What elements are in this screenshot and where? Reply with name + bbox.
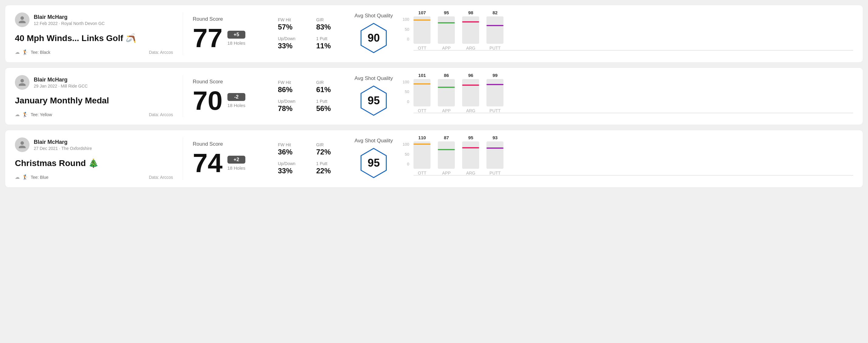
stats-section: FW Hit57%GIR83%Up/Down33%1 Putt11% bbox=[278, 12, 345, 55]
score-row: 74+218 Holes bbox=[193, 150, 278, 176]
weather-icon: ☁ bbox=[15, 49, 20, 55]
stats-grid: FW Hit86%GIR61%Up/Down78%1 Putt56% bbox=[278, 80, 345, 113]
bar-col-app: 86APP bbox=[438, 73, 455, 113]
score-row: 70-218 Holes bbox=[193, 87, 278, 114]
stat-value-gir: 83% bbox=[316, 23, 345, 31]
avg-shot-quality-label: Avg Shot Quality bbox=[354, 13, 393, 19]
user-meta: 12 Feb 2022 · Royal North Devon GC bbox=[34, 21, 104, 26]
stat-value-gir: 61% bbox=[316, 86, 345, 94]
hex-wrapper: Avg Shot Quality95 bbox=[354, 138, 393, 180]
data-source: Data: Arccos bbox=[149, 50, 173, 55]
card-divider bbox=[183, 137, 183, 180]
weather-icon: ☁ bbox=[15, 112, 20, 117]
stat-label-oneputt: 1 Putt bbox=[316, 99, 345, 104]
tee-info: ☁🏌Tee: Yellow bbox=[15, 112, 52, 117]
card-divider bbox=[183, 75, 183, 117]
card-divider bbox=[183, 12, 183, 55]
card-footer: ☁🏌Tee: BlueData: Arccos bbox=[15, 174, 173, 180]
user-info: Blair McHarg27 Dec 2021 · The Oxfordshir… bbox=[34, 139, 92, 151]
bag-icon: 🏌 bbox=[22, 174, 28, 180]
card-left: Blair McHarg12 Feb 2022 · Royal North De… bbox=[15, 12, 173, 55]
score-section: Round Score70-218 Holes bbox=[193, 75, 278, 117]
bag-icon: 🏌 bbox=[22, 49, 28, 55]
stat-updown: Up/Down78% bbox=[278, 99, 306, 113]
hexagon: 95 bbox=[357, 146, 391, 180]
round-title: Christmas Round 🎄 bbox=[15, 158, 173, 168]
user-meta: 27 Dec 2021 · The Oxfordshire bbox=[34, 146, 92, 151]
user-row: Blair McHarg12 Feb 2022 · Royal North De… bbox=[15, 12, 173, 27]
user-name: Blair McHarg bbox=[34, 139, 92, 145]
hex-wrapper: Avg Shot Quality90 bbox=[354, 13, 393, 55]
hexagon: 95 bbox=[357, 84, 391, 117]
round-title: 40 Mph Winds... Links Golf 🪃 bbox=[15, 33, 173, 43]
user-name: Blair McHarg bbox=[34, 14, 104, 20]
bar-col-app: 87APP bbox=[438, 135, 455, 176]
score-label: Round Score bbox=[193, 141, 278, 147]
stats-grid: FW Hit36%GIR72%Up/Down33%1 Putt22% bbox=[278, 142, 345, 175]
bar-col-putt: 99PUTT bbox=[487, 73, 503, 113]
score-holes: 18 Holes bbox=[227, 103, 245, 108]
stat-fw-hit: FW Hit86% bbox=[278, 80, 306, 94]
stat-label-oneputt: 1 Putt bbox=[316, 161, 345, 166]
stat-fw-hit: FW Hit36% bbox=[278, 142, 306, 156]
score-badge-col: +218 Holes bbox=[227, 156, 245, 170]
bar-col-ott: 107OTT bbox=[413, 10, 431, 51]
card-footer: ☁🏌Tee: BlackData: Arccos bbox=[15, 49, 173, 55]
avatar bbox=[15, 137, 30, 152]
tee-info: ☁🏌Tee: Blue bbox=[15, 174, 48, 180]
round-card: Blair McHarg29 Jan 2022 · Mill Ride GCCJ… bbox=[5, 67, 863, 125]
card-left: Blair McHarg29 Jan 2022 · Mill Ride GCCJ… bbox=[15, 75, 173, 117]
user-row: Blair McHarg27 Dec 2021 · The Oxfordshir… bbox=[15, 137, 173, 152]
stat-updown: Up/Down33% bbox=[278, 161, 306, 175]
stat-label-updown: Up/Down bbox=[278, 99, 306, 104]
stat-label-updown: Up/Down bbox=[278, 36, 306, 41]
weather-icon: ☁ bbox=[15, 174, 20, 180]
stat-label-gir: GIR bbox=[316, 142, 345, 147]
stats-section: FW Hit36%GIR72%Up/Down33%1 Putt22% bbox=[278, 137, 345, 180]
stat-fw-hit: FW Hit57% bbox=[278, 17, 306, 31]
score-number: 70 bbox=[193, 87, 222, 114]
user-meta: 29 Jan 2022 · Mill Ride GCC bbox=[34, 84, 88, 89]
round-title: January Monthly Medal bbox=[15, 96, 173, 105]
tee-label: Tee: Yellow bbox=[31, 112, 52, 117]
user-info: Blair McHarg29 Jan 2022 · Mill Ride GCC bbox=[34, 76, 88, 89]
tee-info: ☁🏌Tee: Black bbox=[15, 49, 51, 55]
score-section: Round Score77+518 Holes bbox=[193, 12, 278, 55]
stats-grid: FW Hit57%GIR83%Up/Down33%1 Putt11% bbox=[278, 17, 345, 50]
stat-gir: GIR61% bbox=[316, 80, 345, 94]
avatar bbox=[15, 75, 30, 90]
stat-value-oneputt: 22% bbox=[316, 167, 345, 175]
data-source: Data: Arccos bbox=[149, 175, 173, 180]
stats-section: FW Hit86%GIR61%Up/Down78%1 Putt56% bbox=[278, 75, 345, 117]
bar-col-arg: 98ARG bbox=[462, 10, 479, 51]
score-badge: +5 bbox=[227, 31, 245, 39]
score-section: Round Score74+218 Holes bbox=[193, 137, 278, 180]
bar-col-arg: 96ARG bbox=[462, 73, 479, 113]
score-badge: -2 bbox=[227, 93, 245, 101]
score-badge-col: +518 Holes bbox=[227, 31, 245, 45]
card-footer: ☁🏌Tee: YellowData: Arccos bbox=[15, 112, 173, 117]
score-number: 77 bbox=[193, 25, 222, 52]
stat-value-fw-hit: 57% bbox=[278, 23, 306, 31]
stat-label-gir: GIR bbox=[316, 80, 345, 85]
stat-value-updown: 78% bbox=[278, 104, 306, 113]
stat-oneputt: 1 Putt22% bbox=[316, 161, 345, 175]
stat-label-oneputt: 1 Putt bbox=[316, 36, 345, 41]
stat-updown: Up/Down33% bbox=[278, 36, 306, 50]
bar-col-putt: 82PUTT bbox=[487, 10, 503, 51]
hexagon: 90 bbox=[357, 21, 391, 55]
avatar bbox=[15, 12, 30, 27]
chart-section: Avg Shot Quality95100500110OTT87APP95ARG… bbox=[345, 137, 853, 180]
round-card: Blair McHarg27 Dec 2021 · The Oxfordshir… bbox=[5, 130, 863, 188]
score-holes: 18 Holes bbox=[227, 165, 245, 170]
stat-label-gir: GIR bbox=[316, 17, 345, 22]
score-row: 77+518 Holes bbox=[193, 25, 278, 52]
stat-value-gir: 72% bbox=[316, 148, 345, 156]
hex-wrapper: Avg Shot Quality95 bbox=[354, 75, 393, 117]
user-info: Blair McHarg12 Feb 2022 · Royal North De… bbox=[34, 14, 104, 26]
stat-label-fw-hit: FW Hit bbox=[278, 142, 306, 147]
avg-shot-quality-label: Avg Shot Quality bbox=[354, 75, 393, 82]
stat-label-fw-hit: FW Hit bbox=[278, 17, 306, 22]
chart-section: Avg Shot Quality90100500107OTT95APP98ARG… bbox=[345, 12, 853, 55]
bar-col-ott: 101OTT bbox=[413, 73, 431, 113]
